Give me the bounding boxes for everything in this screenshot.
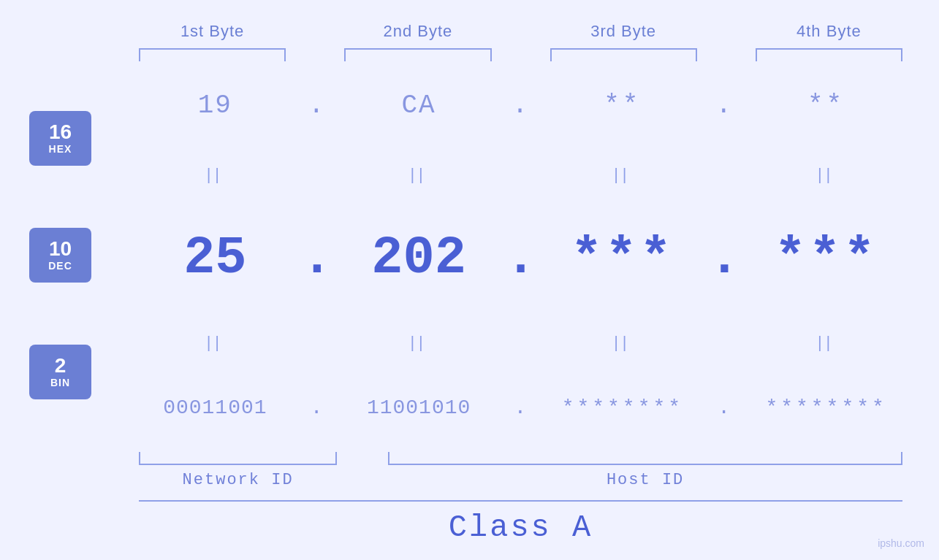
byte3-label: 3rd Byte [543, 22, 704, 41]
bracket-byte4 [748, 48, 910, 61]
dec-d2: . [503, 229, 539, 288]
eq1-b1: || [132, 165, 299, 184]
data-grid: 19 . CA . ** . ** [132, 65, 910, 445]
host-id-label: Host ID [381, 471, 910, 489]
eq1-b2: || [335, 165, 503, 184]
bin-b3: ******** [539, 396, 707, 419]
eq2-b3: || [539, 333, 707, 352]
network-bracket-shape [139, 452, 337, 465]
bracket-byte1-shape [139, 48, 286, 61]
eq2-b1: || [132, 333, 299, 352]
dec-d3: . [706, 229, 742, 288]
watermark: ipshu.com [878, 537, 924, 549]
hex-badge-label: HEX [49, 143, 72, 155]
class-footer-bracket [139, 500, 902, 502]
badges-column: 16 HEX 10 DEC 2 BIN [29, 65, 132, 445]
hex-row: 19 . CA . ** . ** [132, 83, 910, 128]
byte1-label: 1st Byte [132, 22, 293, 41]
bracket-byte1 [132, 48, 293, 61]
dec-d1: . [299, 229, 335, 288]
bin-b2: 11001010 [335, 396, 503, 419]
dec-b1: 25 [132, 232, 299, 285]
bracket-byte2 [337, 48, 498, 61]
bin-d2: . [503, 396, 539, 419]
main-container: 1st Byte 2nd Byte 3rd Byte 4th Byte 16 [0, 0, 939, 560]
dec-b3: *** [539, 232, 707, 285]
bin-d1: . [299, 396, 335, 419]
host-bracket-shape [388, 452, 902, 465]
bin-b1: 00011001 [132, 396, 299, 419]
bin-b4: ******** [742, 396, 910, 419]
network-bracket [132, 452, 344, 465]
bottom-labels-row: Network ID Host ID [132, 471, 910, 489]
dot-spacer-1 [293, 22, 337, 41]
eq2-b2: || [335, 333, 503, 352]
hex-b1: 19 [132, 91, 299, 120]
byte2-label: 2nd Byte [337, 22, 498, 41]
bracket-byte2-shape [344, 48, 491, 61]
host-bracket [381, 452, 910, 465]
eq1-b4: || [742, 165, 910, 184]
dec-badge: 10 DEC [29, 228, 91, 283]
hex-d3: . [706, 91, 742, 120]
eq2-b4: || [742, 333, 910, 352]
hex-d1: . [299, 91, 335, 120]
bottom-section: Network ID Host ID [29, 452, 910, 489]
dot-spacer-3 [704, 22, 748, 41]
dec-b4: *** [742, 232, 910, 285]
network-id-label: Network ID [132, 471, 344, 489]
bin-row: 00011001 . 11001010 . ******** . [132, 389, 910, 426]
bracket-byte3-shape [550, 48, 697, 61]
eq1-b3: || [539, 165, 707, 184]
dec-b2: 202 [335, 232, 503, 285]
dec-row: 25 . 202 . *** . *** [132, 221, 910, 296]
hex-d2: . [503, 91, 539, 120]
bracket-byte4-shape [756, 48, 902, 61]
byte-labels-row: 1st Byte 2nd Byte 3rd Byte 4th Byte [29, 22, 910, 41]
hex-b2: CA [335, 91, 503, 120]
hex-b4: ** [742, 91, 910, 120]
bin-badge-label: BIN [50, 377, 70, 388]
bin-badge-number: 2 [55, 355, 66, 377]
class-footer: Class A [29, 500, 910, 545]
hex-badge-number: 16 [49, 121, 72, 144]
hex-b3: ** [539, 91, 707, 120]
class-a-label: Class A [132, 510, 910, 545]
content-area: 16 HEX 10 DEC 2 BIN 19 . [29, 65, 910, 445]
bottom-brackets-row [132, 452, 910, 465]
dec-badge-label: DEC [48, 260, 72, 272]
dec-badge-number: 10 [49, 238, 72, 261]
dot-spacer-2 [499, 22, 543, 41]
bracket-byte3 [543, 48, 704, 61]
top-bracket-row [29, 48, 910, 61]
equals-row-1: || || || || [132, 164, 910, 185]
bin-d3: . [706, 396, 742, 419]
bin-badge: 2 BIN [29, 345, 91, 399]
equals-row-2: || || || || [132, 331, 910, 353]
hex-badge: 16 HEX [29, 111, 91, 166]
byte4-label: 4th Byte [748, 22, 910, 41]
